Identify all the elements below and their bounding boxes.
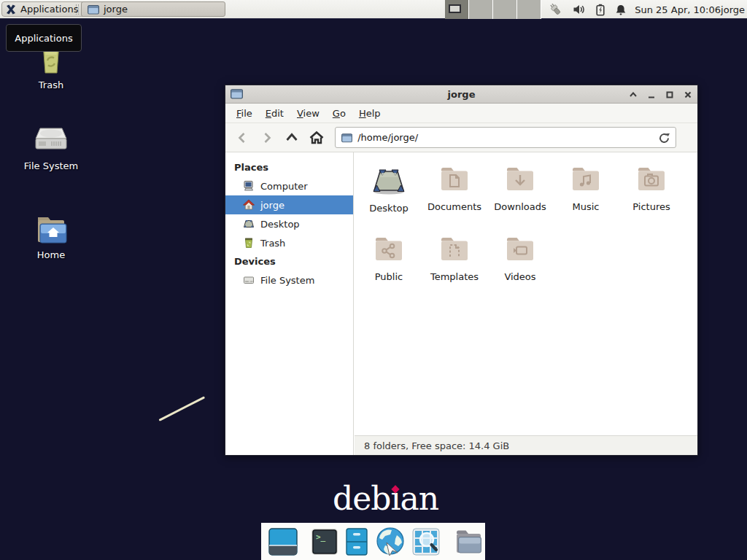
file-item-label: Downloads bbox=[487, 201, 553, 212]
file-item-label: Documents bbox=[422, 201, 487, 212]
app-finder-launcher[interactable] bbox=[412, 526, 440, 557]
up-button[interactable] bbox=[279, 127, 304, 149]
web-browser-launcher[interactable] bbox=[375, 526, 406, 557]
desktop-icon-home[interactable]: Home bbox=[13, 213, 89, 260]
volume-icon[interactable] bbox=[573, 4, 586, 15]
window-controls bbox=[628, 85, 693, 104]
sidebar-item-label: Computer bbox=[260, 181, 308, 192]
svg-text:>_: >_ bbox=[316, 532, 326, 542]
workspace-4[interactable] bbox=[517, 0, 541, 19]
sidebar-header-devices: Devices bbox=[225, 252, 353, 271]
terminal-launcher[interactable]: >_ bbox=[311, 526, 338, 557]
taskbar-window-button[interactable]: jorge bbox=[81, 1, 225, 17]
sidebar-header-places: Places bbox=[225, 158, 353, 176]
trash-places-icon bbox=[243, 237, 255, 249]
sidebar-item-label: Trash bbox=[260, 238, 285, 249]
desktop: Applications jorge bbox=[0, 0, 747, 560]
file-item-templates[interactable]: Templates bbox=[422, 233, 487, 282]
file-item-desktop[interactable]: Desktop bbox=[356, 163, 422, 214]
file-item-downloads[interactable]: Downloads bbox=[487, 163, 553, 212]
window-title: jorge bbox=[225, 89, 697, 100]
sidebar-item-label: Desktop bbox=[260, 219, 300, 230]
logo-part: an bbox=[400, 480, 438, 517]
window-titlebar[interactable]: jorge bbox=[225, 85, 697, 104]
taskbar-window-label: jorge bbox=[104, 4, 128, 15]
user-home-icon bbox=[243, 199, 255, 211]
menu-view[interactable]: View bbox=[290, 105, 326, 122]
menu-edit[interactable]: Edit bbox=[259, 105, 290, 122]
drive-icon bbox=[243, 274, 255, 286]
file-item-documents[interactable]: Documents bbox=[422, 163, 487, 212]
tooltip-text: Applications bbox=[15, 33, 72, 44]
dock-folder-icon bbox=[453, 528, 484, 556]
menu-go[interactable]: Go bbox=[326, 105, 352, 122]
show-desktop-button[interactable] bbox=[268, 526, 298, 557]
desktop-icon-label: File System bbox=[13, 160, 89, 171]
workspace-1[interactable] bbox=[445, 0, 469, 19]
back-button[interactable] bbox=[230, 127, 255, 149]
workspace-3[interactable] bbox=[493, 0, 517, 19]
workspace-switcher bbox=[445, 0, 541, 19]
minimize-button[interactable] bbox=[646, 90, 657, 100]
maximize-button[interactable] bbox=[665, 90, 675, 100]
sidebar-item-trash[interactable]: Trash bbox=[225, 233, 353, 252]
panel-clock[interactable]: Sun 25 Apr, 10:06 bbox=[635, 0, 721, 19]
public-folder-icon bbox=[371, 233, 406, 268]
file-item-music[interactable]: Music bbox=[553, 163, 619, 212]
path-input[interactable] bbox=[357, 132, 654, 143]
sidebar-item-desktop[interactable]: Desktop bbox=[225, 214, 353, 233]
reload-icon[interactable] bbox=[658, 132, 670, 144]
top-panel: Applications jorge bbox=[0, 0, 747, 19]
desktop-icon-filesystem[interactable]: File System bbox=[13, 125, 89, 171]
applications-tooltip: Applications bbox=[6, 24, 82, 52]
dock-panel: >_ bbox=[261, 523, 485, 560]
downloads-folder-icon bbox=[503, 163, 538, 198]
close-button[interactable] bbox=[683, 90, 693, 100]
file-item-public[interactable]: Public bbox=[356, 233, 422, 282]
power-plug-icon[interactable] bbox=[547, 3, 563, 16]
desktop-icon-label: Trash bbox=[13, 79, 89, 90]
statusbar-text: 8 folders, Free space: 14.4 GiB bbox=[364, 440, 509, 451]
documents-folder-icon bbox=[437, 163, 472, 198]
statusbar: 8 folders, Free space: 14.4 GiB bbox=[355, 435, 697, 455]
desktop-places-icon bbox=[243, 218, 255, 230]
panel-separator-handle[interactable] bbox=[76, 4, 79, 15]
file-item-label: Desktop bbox=[356, 203, 422, 214]
applications-menu-button[interactable]: Applications bbox=[1, 1, 85, 17]
file-item-videos[interactable]: Videos bbox=[487, 233, 553, 282]
terminal-icon: >_ bbox=[311, 528, 338, 556]
music-folder-icon bbox=[568, 163, 603, 198]
forward-button[interactable] bbox=[255, 127, 279, 149]
file-cabinet-icon bbox=[345, 528, 368, 556]
workspace-2[interactable] bbox=[469, 0, 493, 19]
shade-button[interactable] bbox=[628, 90, 638, 100]
file-item-pictures[interactable]: Pictures bbox=[619, 163, 684, 212]
harddisk-icon bbox=[33, 125, 69, 158]
menu-help[interactable]: Help bbox=[352, 105, 387, 122]
panel-username[interactable]: jorge bbox=[721, 0, 745, 19]
home-folder-icon bbox=[33, 213, 69, 246]
xfce-applications-icon bbox=[5, 4, 17, 15]
file-item-label: Music bbox=[553, 201, 619, 212]
sidebar-item-jorge[interactable]: jorge bbox=[225, 195, 353, 214]
home-button[interactable] bbox=[304, 127, 329, 149]
sidebar-item-computer[interactable]: Computer bbox=[225, 176, 353, 195]
debian-logo: debıan bbox=[333, 480, 438, 517]
videos-folder-icon bbox=[503, 233, 538, 268]
window-content: Places Computer jorge bbox=[225, 152, 697, 455]
menu-file[interactable]: File bbox=[230, 105, 259, 122]
desktop-icon-label: Home bbox=[13, 249, 89, 260]
notifications-bell-icon[interactable] bbox=[615, 4, 627, 16]
files-pane: Desktop Documents bbox=[355, 152, 697, 435]
file-manager-launcher[interactable] bbox=[453, 526, 484, 557]
sidebar-item-label: jorge bbox=[260, 200, 285, 211]
battery-charging-icon[interactable] bbox=[595, 4, 605, 16]
templates-folder-icon bbox=[437, 233, 472, 268]
file-manager-window: jorge File Edit View Go Help bbox=[225, 85, 698, 456]
sidebar-item-label: File System bbox=[260, 275, 314, 286]
workspace-window-preview bbox=[449, 4, 461, 13]
path-folder-icon bbox=[341, 133, 352, 143]
toolbar bbox=[225, 123, 697, 152]
sidebar-item-filesystem[interactable]: File System bbox=[225, 271, 353, 289]
file-cabinet-launcher[interactable] bbox=[345, 526, 368, 557]
